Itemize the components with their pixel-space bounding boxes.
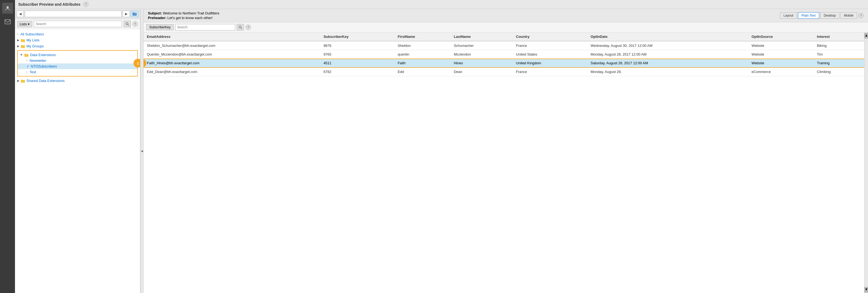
svg-rect-1: [5, 20, 10, 24]
bullet-icon: •: [26, 59, 28, 62]
svg-line-3: [128, 25, 129, 26]
nav-bar: ◀ ▶: [15, 9, 140, 19]
table-row-selected[interactable]: 2 Faith_Hines@bh.exacttarget.com 4511 Fa…: [144, 59, 868, 68]
col-last: LastName: [451, 32, 513, 41]
table-row[interactable]: Quentin_Mcclendon@bh.exacttarget.com 976…: [144, 50, 868, 59]
cell-first: quentin: [395, 50, 451, 59]
scrollbar-up-arrow[interactable]: ▲: [864, 33, 868, 38]
cell-country: United States: [513, 50, 587, 59]
expand-icon: ▶: [17, 79, 19, 83]
expand-icon: ▶: [17, 44, 19, 48]
cell-optinsource: Website: [748, 59, 814, 68]
top-bar: Subscriber Preview and Attributes ?: [15, 0, 868, 9]
cell-optindate: Monday, August 28,: [587, 68, 748, 76]
tree-item-label: Newsletter: [30, 59, 46, 63]
cell-last: Dean: [451, 68, 513, 76]
email-preheader-line: Preheader: Let's get to know each other!: [148, 16, 219, 20]
panel-collapse-handle[interactable]: ◀: [140, 9, 144, 293]
badge-1: 1: [133, 59, 140, 68]
col-country: Country: [513, 32, 587, 41]
user-sidebar-icon[interactable]: [2, 3, 13, 13]
cell-optindate: Saturday, August 26, 2017 12:00 AM: [587, 59, 748, 68]
subscriber-search-button[interactable]: [124, 21, 131, 27]
content-area: ◀ ▶ Lists ▾: [15, 9, 868, 293]
plain-text-view-button[interactable]: Plain Text: [798, 12, 819, 19]
col-optinsource: OptInSource: [748, 32, 814, 41]
tree-item-label: All Subscribers: [21, 32, 44, 36]
cell-optinsource: Website: [748, 50, 814, 59]
tree-item-test[interactable]: • Test: [18, 69, 137, 75]
tree-item-newsletter[interactable]: • Newsletter: [18, 58, 137, 63]
table-row[interactable]: Sheldon_Schumacher@bh.exacttarget.com 98…: [144, 41, 868, 50]
bullet-icon: •: [17, 33, 18, 36]
filter-search-button[interactable]: [237, 24, 244, 31]
col-interest: Interest: [814, 32, 862, 41]
lists-dropdown-button[interactable]: Lists ▾: [17, 21, 32, 27]
tree-item-all-subscribers[interactable]: • All Subscribers: [15, 31, 140, 37]
filter-help-button[interactable]: ?: [245, 25, 251, 30]
tree-item-label: Data Extensions: [30, 53, 56, 57]
svg-line-5: [241, 28, 242, 29]
cell-interest: Climbing: [814, 68, 862, 76]
email-subject-line: Subject: Welcome to Northern Trail Outfi…: [148, 11, 219, 15]
email-header: Subject: Welcome to Northern Trail Outfi…: [144, 9, 868, 22]
cell-email: Sheldon_Schumacher@bh.exacttarget.com: [144, 41, 320, 50]
lists-button-label: Lists ▾: [20, 22, 30, 26]
cell-email: Edd_Dean@bh.exacttarget.com: [144, 68, 320, 76]
cell-country: United Kingdom: [513, 59, 587, 68]
cell-last: Schumacher: [451, 41, 513, 50]
view-help-button[interactable]: ?: [858, 13, 864, 18]
cell-first: Faith: [395, 59, 451, 68]
top-bar-help[interactable]: ?: [83, 2, 89, 7]
bullet-icon: •: [26, 70, 28, 73]
cell-interest: Tim: [814, 50, 862, 59]
table-header-row: EmailAddress SubscriberKey FirstName Las…: [144, 32, 868, 41]
desktop-view-button[interactable]: Desktop: [820, 12, 839, 19]
scrollbar-down-arrow[interactable]: ▼: [864, 287, 868, 292]
tree-item-label: Test: [30, 70, 36, 74]
nav-path-input[interactable]: [25, 11, 122, 17]
tree-item-my-groups[interactable]: ▶ My Groups: [15, 43, 140, 49]
subscriber-key-filter-button[interactable]: SubscriberKey: [146, 24, 174, 30]
mobile-view-button[interactable]: Mobile: [840, 12, 857, 19]
cell-interest: Training: [814, 59, 862, 68]
tree-item-data-extensions[interactable]: ▼ Data Extensions: [18, 52, 137, 58]
cell-key: 9876: [320, 41, 394, 50]
cell-optinsource: Website: [748, 41, 814, 50]
vertical-scrollbar[interactable]: ▲ ▼: [864, 32, 868, 293]
cell-first: Edd: [395, 68, 451, 76]
cell-key: 4511: [320, 59, 394, 68]
cell-email: 2 Faith_Hines@bh.exacttarget.com: [144, 59, 320, 68]
table-row[interactable]: Edd_Dean@bh.exacttarget.com 6782 Edd Dea…: [144, 68, 868, 76]
layout-view-button[interactable]: Layout: [780, 12, 797, 19]
main-container: Subscriber Preview and Attributes ? ◀ ▶ …: [15, 0, 868, 293]
app-sidebar: [0, 0, 15, 293]
nav-folder-button[interactable]: [131, 11, 138, 17]
cell-optindate: Monday, August 28, 2017 12:00 AM: [587, 50, 748, 59]
subject-label: Subject:: [148, 11, 163, 15]
cell-email: Quentin_Mcclendon@bh.exacttarget.com: [144, 50, 320, 59]
table-container: EmailAddress SubscriberKey FirstName Las…: [144, 32, 868, 293]
nav-back-button[interactable]: ◀: [17, 11, 24, 17]
cell-key: 6782: [320, 68, 394, 76]
expand-icon: ▶: [17, 38, 19, 42]
folder-icon: [21, 44, 25, 48]
tree-item-shared-data-extensions[interactable]: ▶ Shared Data Extensions: [15, 77, 140, 84]
nav-forward-button[interactable]: ▶: [123, 11, 130, 17]
cell-last: Mcclendon: [451, 50, 513, 59]
filter-search-input[interactable]: [175, 24, 235, 31]
subscriber-search-input[interactable]: [34, 21, 122, 27]
cell-optinsource: eCommerce: [748, 68, 814, 76]
tree-item-label: NTOSubscribers: [31, 64, 57, 68]
search-help-button[interactable]: ?: [132, 21, 138, 27]
cell-key: 9765: [320, 50, 394, 59]
folder-icon: [21, 78, 25, 83]
tree-item-my-lists[interactable]: ▶ My Lists: [15, 37, 140, 43]
svg-point-0: [6, 6, 9, 8]
email-sidebar-icon[interactable]: [2, 17, 13, 27]
tree-item-nto-subscribers[interactable]: ✓ NTOSubscribers: [18, 63, 137, 69]
badge-2: 2: [144, 59, 146, 68]
tree-container: • All Subscribers ▶ My Lists ▶: [15, 29, 140, 293]
cell-optindate: Wednesday, August 30, 2017 12:00 AM: [587, 41, 748, 50]
cell-country: France: [513, 41, 587, 50]
